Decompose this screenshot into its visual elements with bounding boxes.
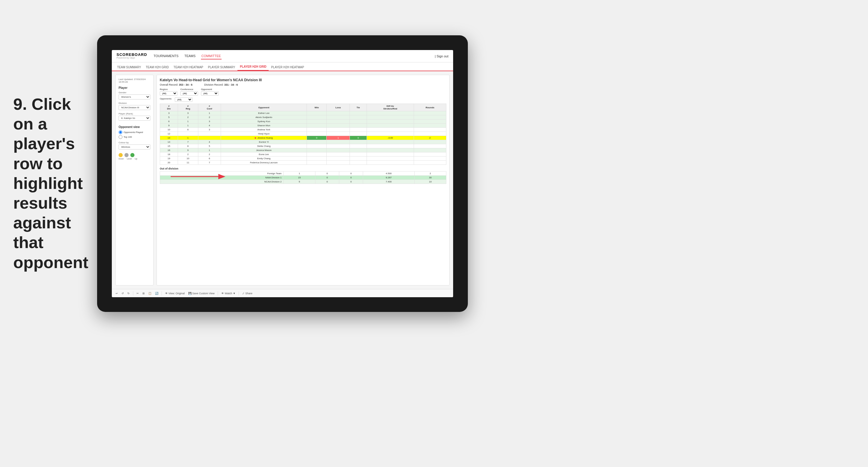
opponent-view: Opponent view Opponents Played Top 100	[119, 125, 150, 139]
last-updated: Last Updated: 27/03/2024 16:55:28	[119, 78, 150, 83]
nav-bar: SCOREBOARD Powered by clippi TOURNAMENTS…	[112, 50, 453, 62]
bottom-toolbar: ↩ ↺ ↻ ✂ ⊞ 📋 🔄 👁 View: Original 💾 Save Cu…	[112, 289, 453, 297]
col-header-loss: Loss	[327, 104, 350, 111]
toolbar-sep1	[133, 291, 133, 295]
tablet-screen: SCOREBOARD Powered by clippi TOURNAMENTS…	[112, 50, 453, 297]
out-of-division-row[interactable]: Foreign Team1004.5002	[160, 172, 446, 176]
toolbar-save-custom[interactable]: 💾 Save Custom View	[187, 291, 215, 295]
tab-team-summary[interactable]: TEAM SUMMARY	[115, 64, 144, 71]
radio-opponents-played[interactable]: Opponents Played	[119, 130, 150, 134]
region-select[interactable]: (All)	[160, 91, 178, 96]
division-select[interactable]: NCAA Division III	[119, 105, 150, 110]
main-content: Last Updated: 27/03/2024 16:55:28 Player…	[112, 71, 453, 289]
toolbar-share[interactable]: ⤤ Share	[241, 291, 253, 295]
dot-down	[119, 153, 123, 157]
tablet-frame: SCOREBOARD Powered by clippi TOURNAMENTS…	[97, 35, 468, 312]
colour-dots	[119, 153, 150, 157]
right-panel: Katelyn Vo Head-to-Head Grid for Women's…	[157, 75, 450, 285]
table-row[interactable]: 1063Andrea York	[160, 128, 446, 132]
gender-label: Gender	[119, 91, 150, 94]
nav-teams[interactable]: TEAMS	[184, 53, 196, 59]
player-section-title: Player	[119, 86, 150, 89]
out-of-division-table: Foreign Team1004.5002NAIA Division 11500…	[160, 171, 446, 184]
table-row[interactable]: 1474Eunice Yi	[160, 140, 446, 144]
radio-top100[interactable]: Top 100	[119, 135, 150, 139]
table-row[interactable]: 20117Federica Domecq Lacroze	[160, 161, 446, 165]
col-header-win: Win	[307, 104, 327, 111]
col-header-div: #Div	[160, 104, 178, 111]
label-down: Down	[119, 158, 124, 160]
col-header-reg: #Reg	[178, 104, 198, 111]
col-header-conf: #Conf	[198, 104, 221, 111]
opponent-view-title: Opponent view	[119, 125, 150, 129]
overall-record: Overall Record: 353 - 34 - 6	[160, 83, 192, 86]
tab-player-summary[interactable]: PLAYER SUMMARY	[206, 64, 238, 71]
radio-group: Opponents Played Top 100	[119, 130, 150, 139]
table-row[interactable]: 331Esther Lee	[160, 111, 446, 115]
table-row[interactable]: 12Heeji Hyun	[160, 132, 446, 136]
gender-select[interactable]: Women's	[119, 94, 150, 99]
table-row[interactable]: 1691Jessica Mason	[160, 148, 446, 152]
player-rank-label: Player (Rank)	[119, 113, 150, 115]
annotation-text: 9. Click on a player's row to highlight …	[13, 94, 96, 272]
opponent-select[interactable]: (All)	[201, 91, 219, 96]
table-row[interactable]: 1585Stella Chang	[160, 144, 446, 148]
logo-subtitle: Powered by clippi	[117, 57, 147, 59]
conference-filter: Conference (All)	[180, 88, 198, 96]
region-filter: Region (All)	[160, 88, 178, 96]
tab-team-h2h-grid[interactable]: TEAM H2H GRID	[144, 64, 171, 71]
out-of-division-row[interactable]: NAIA Division 115009.26730	[160, 176, 446, 180]
tab-player-h2h-grid[interactable]: PLAYER H2H GRID	[238, 63, 269, 71]
tab-player-h2h-heatmap[interactable]: PLAYER H2H HEATMAP	[269, 64, 306, 71]
table-row[interactable]: 19106Emily Chang	[160, 157, 446, 161]
col-header-opponent: Opponent	[221, 104, 307, 111]
label-up: Up	[135, 158, 137, 160]
nav-committee[interactable]: COMMITTEE	[201, 53, 222, 59]
toolbar-cut[interactable]: ✂	[136, 291, 140, 295]
col-header-rounds: Rounds	[414, 104, 446, 111]
toolbar-copy[interactable]: ⊞	[142, 291, 146, 295]
grid-title: Katelyn Vo Head-to-Head Grid for Women's…	[160, 78, 446, 82]
nav-items: TOURNAMENTS TEAMS COMMITTEE	[153, 53, 222, 59]
conference-select[interactable]: (All)	[180, 91, 198, 96]
toolbar-refresh[interactable]: 🔄	[154, 291, 159, 295]
toolbar-sep4	[239, 291, 239, 295]
label-level: Level	[127, 158, 132, 160]
data-table: #Div #Reg #Conf Opponent Win Loss Tie Di…	[160, 103, 446, 165]
table-row[interactable]: 1822Euna Lee	[160, 152, 446, 157]
table-row[interactable]: 522Alexis Sudjianto	[160, 115, 446, 120]
filter-row: Region (All) Conference (All) Opponent	[160, 88, 446, 96]
sign-out[interactable]: | Sign out	[435, 55, 448, 58]
toolbar-view-original[interactable]: 👁 View: Original	[164, 291, 186, 295]
table-row[interactable]: 914Sharon Mun	[160, 124, 446, 128]
toolbar-watch[interactable]: 👁 Watch ▼	[220, 291, 236, 295]
sub-nav: TEAM SUMMARY TEAM H2H GRID TEAM H2H HEAT…	[112, 62, 453, 71]
colour-by-label: Colour by	[119, 141, 150, 144]
division-record: Division Record: 331 - 34 - 6	[204, 83, 238, 86]
tab-team-h2h-heatmap[interactable]: TEAM H2H HEATMAP	[171, 64, 206, 71]
col-header-diff: Diff AvStrokes/Rnd	[367, 104, 414, 111]
toolbar-sep2	[161, 291, 162, 295]
player-rank-select[interactable]: 8. Katelyn Vo	[119, 116, 150, 121]
opponents-filter-row: Opponents: (All)	[160, 97, 446, 102]
division-label: Division	[119, 102, 150, 104]
nav-left: SCOREBOARD Powered by clippi TOURNAMENTS…	[117, 53, 222, 59]
toolbar-redo2[interactable]: ↻	[126, 291, 131, 295]
toolbar-sep3	[218, 291, 218, 295]
logo-title: SCOREBOARD	[117, 53, 147, 57]
out-of-division-row[interactable]: NCAA Division 25007.40010	[160, 180, 446, 184]
toolbar-redo1[interactable]: ↺	[121, 291, 125, 295]
opponents-select[interactable]: (All)	[175, 97, 192, 102]
opponent-filter: Opponent (All)	[201, 88, 219, 96]
col-header-tie: Tie	[350, 104, 367, 111]
table-row[interactable]: 131▶Jessica Huang010-3.002	[160, 136, 446, 140]
toolbar-paste[interactable]: 📋	[147, 291, 152, 295]
out-of-division-header: Out of division	[160, 167, 446, 170]
left-panel: Last Updated: 27/03/2024 16:55:28 Player…	[115, 75, 154, 285]
colour-by-select[interactable]: Win/loss	[119, 145, 150, 150]
dot-up	[130, 153, 134, 157]
nav-tournaments[interactable]: TOURNAMENTS	[153, 53, 179, 59]
toolbar-undo[interactable]: ↩	[115, 291, 119, 295]
logo: SCOREBOARD Powered by clippi	[117, 53, 147, 59]
table-row[interactable]: 613Sydney Kuo	[160, 120, 446, 124]
